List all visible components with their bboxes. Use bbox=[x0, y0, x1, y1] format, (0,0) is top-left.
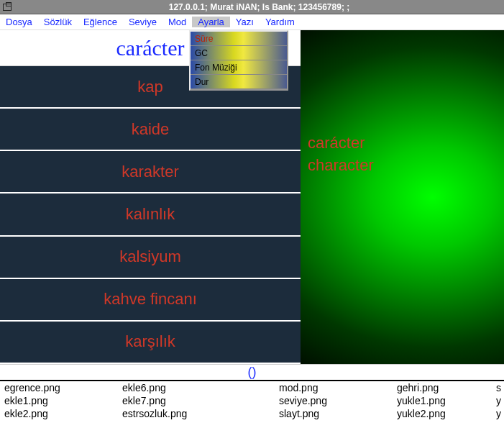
footer-counter: () bbox=[248, 365, 257, 380]
file-item[interactable]: gehri.png bbox=[397, 381, 446, 394]
file-item[interactable]: yukle1.png bbox=[397, 394, 446, 407]
menu-mod[interactable]: Mod bbox=[162, 17, 192, 27]
file-col: egrence.png ekle1.png ekle2.png bbox=[4, 381, 60, 420]
right-panel: carácter character bbox=[301, 30, 504, 364]
translation-source: carácter bbox=[308, 132, 374, 155]
drop-gc[interactable]: GC bbox=[191, 46, 287, 60]
word-item[interactable]: kaide bbox=[0, 109, 301, 151]
menu-seviye[interactable]: Seviye bbox=[123, 17, 162, 27]
right-background bbox=[301, 30, 504, 364]
file-col: gehri.png yukle1.png yukle2.png bbox=[397, 381, 446, 420]
menu-ayarla[interactable]: Ayarla bbox=[192, 17, 230, 27]
file-item[interactable]: slayt.png bbox=[279, 407, 327, 420]
title-text: 127.0.0.1; Murat iNAN; Is Bank; 12345678… bbox=[14, 2, 504, 12]
file-item[interactable]: s bbox=[496, 381, 501, 394]
translation-text: carácter character bbox=[308, 132, 374, 177]
file-col: ekle6.png ekle7.png estrsozluk.png bbox=[122, 381, 187, 420]
menu-dosya[interactable]: Dosya bbox=[0, 17, 38, 27]
file-item[interactable]: estrsozluk.png bbox=[122, 407, 187, 420]
file-list-area: egrence.png ekle1.png ekle2.png ekle6.pn… bbox=[0, 381, 504, 428]
drop-dur[interactable]: Dur bbox=[191, 75, 287, 89]
file-item[interactable]: egrence.png bbox=[4, 381, 60, 394]
file-item[interactable]: seviye.png bbox=[279, 394, 327, 407]
menu-yazi[interactable]: Yazı bbox=[230, 17, 260, 27]
file-col: s y y bbox=[496, 381, 501, 420]
restore-icon[interactable] bbox=[3, 2, 14, 12]
drop-sure[interactable]: Süre bbox=[191, 32, 287, 46]
word-item[interactable]: kalınlık bbox=[0, 193, 301, 236]
drop-fon-muzigi[interactable]: Fon Müziği bbox=[191, 60, 287, 75]
word-item[interactable]: kalsiyum bbox=[0, 237, 301, 279]
file-item[interactable]: yukle2.png bbox=[397, 407, 446, 420]
menu-yardim[interactable]: Yardım bbox=[260, 17, 301, 27]
translation-target: character bbox=[308, 155, 374, 177]
file-item[interactable]: y bbox=[496, 407, 501, 420]
file-item[interactable]: ekle1.png bbox=[4, 394, 60, 407]
titlebar: 127.0.0.1; Murat iNAN; Is Bank; 12345678… bbox=[0, 0, 504, 14]
file-col: mod.png seviye.png slayt.png bbox=[279, 381, 327, 420]
menubar: Dosya Sözlük Eğlence Seviye Mod Ayarla Y… bbox=[0, 14, 504, 30]
file-item[interactable]: ekle7.png bbox=[122, 394, 187, 407]
word-item[interactable]: kahve fincanı bbox=[0, 279, 301, 322]
word-item[interactable]: karşılık bbox=[0, 322, 301, 364]
file-item[interactable]: ekle6.png bbox=[122, 381, 187, 394]
menu-sozluk[interactable]: Sözlük bbox=[38, 17, 78, 27]
ayarla-dropdown: Süre GC Fon Müziği Dur bbox=[189, 30, 288, 91]
file-item[interactable]: mod.png bbox=[279, 381, 327, 394]
file-item[interactable]: y bbox=[496, 394, 501, 407]
word-item[interactable]: karakter bbox=[0, 151, 301, 193]
file-item[interactable]: ekle2.png bbox=[4, 407, 60, 420]
menu-eglence[interactable]: Eğlence bbox=[78, 17, 123, 27]
footer-bar: () bbox=[0, 364, 504, 381]
